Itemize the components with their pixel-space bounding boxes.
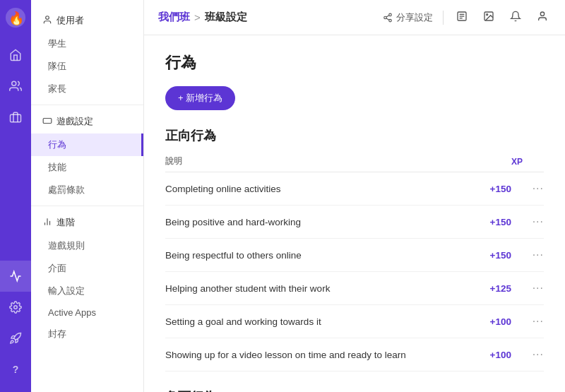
breadcrumb: 我們班 > 班級設定: [158, 11, 247, 24]
header-bell-icon[interactable]: [507, 8, 524, 28]
svg-point-5: [46, 16, 49, 19]
header-user-icon[interactable]: [534, 8, 551, 28]
col-xp-header: XP: [473, 157, 544, 167]
sidebar-item-archive[interactable]: 封存: [31, 323, 143, 345]
breadcrumb-separator: >: [194, 11, 201, 23]
positive-section-title: 正向行為: [165, 127, 544, 144]
sidebar-item-rules[interactable]: 遊戲規則: [31, 234, 143, 257]
svg-text:🔥: 🔥: [8, 11, 25, 26]
row-actions-button[interactable]: ···: [523, 182, 544, 195]
sidebar-item-parents[interactable]: 家長: [31, 78, 143, 100]
nav-users-icon[interactable]: [0, 71, 31, 102]
sidebar-item-students[interactable]: 學生: [31, 32, 143, 55]
table-row: Setting a goal and working towards it +1…: [165, 305, 544, 338]
row-xp: +150: [452, 250, 523, 261]
header-doc-icon[interactable]: [453, 8, 470, 28]
share-label: 分享設定: [396, 11, 433, 24]
content: 行為 + 新增行為 正向行為 說明 XP Completing online a…: [144, 35, 565, 392]
table-row: Showing up for a video lesson on time an…: [165, 338, 544, 372]
sidebar-item-active-apps[interactable]: Active Apps: [31, 302, 143, 323]
row-desc: Being positive and hard-working: [165, 217, 452, 227]
sidebar: 使用者 學生 隊伍 家長 遊戲設定 行為 技能 處罰條款 進階 遊戲規則 介面 …: [31, 0, 144, 392]
svg-line-13: [386, 18, 389, 19]
svg-point-21: [540, 12, 544, 16]
add-behavior-button[interactable]: + 新增行為: [165, 86, 235, 110]
row-xp: +150: [452, 217, 523, 227]
nav-briefcase-icon[interactable]: [0, 102, 31, 133]
nav-settings-icon[interactable]: [0, 292, 31, 323]
header: 我們班 > 班級設定 分享設定: [144, 0, 565, 35]
svg-point-20: [487, 13, 488, 15]
row-actions-button[interactable]: ···: [523, 315, 544, 328]
sidebar-section-users: 使用者: [31, 8, 143, 32]
row-actions-button[interactable]: ···: [523, 282, 544, 295]
header-divider: [443, 11, 444, 25]
app-logo: 🔥: [5, 7, 26, 28]
sidebar-item-penalties[interactable]: 處罰條款: [31, 179, 143, 201]
share-button[interactable]: 分享設定: [383, 11, 433, 24]
sidebar-advanced-label: 進階: [56, 216, 75, 229]
row-desc: Being respectful to others online: [165, 250, 452, 261]
sidebar-item-behavior[interactable]: 行為: [31, 133, 143, 156]
sidebar-divider-2: [31, 206, 143, 206]
sidebar-divider-1: [31, 105, 143, 105]
svg-point-12: [389, 19, 392, 22]
col-desc-header: 說明: [165, 155, 473, 167]
row-xp: +100: [452, 350, 523, 360]
nav-home-icon[interactable]: [0, 40, 31, 71]
breadcrumb-current: 班級設定: [205, 11, 247, 24]
icon-bar: 🔥 ?: [0, 0, 31, 392]
header-image-icon[interactable]: [480, 8, 497, 28]
row-desc: Showing up for a video lesson on time an…: [165, 350, 452, 360]
page-title: 行為: [165, 52, 544, 73]
sidebar-section-advanced: 進階: [31, 210, 143, 234]
row-desc: Helping another student with their work: [165, 283, 452, 294]
row-actions-button[interactable]: ···: [523, 215, 544, 228]
users-section-icon: [42, 15, 52, 27]
nav-rocket-icon[interactable]: [0, 323, 31, 354]
negative-section: 負面行為: [165, 388, 544, 392]
negative-section-title: 負面行為: [165, 388, 544, 392]
table-row: Completing online activities +150 ···: [165, 172, 544, 206]
table-row: Being positive and hard-working +150 ···: [165, 206, 544, 239]
row-xp: +125: [452, 283, 523, 294]
svg-rect-3: [11, 114, 21, 122]
row-desc: Completing online activities: [165, 184, 452, 194]
svg-point-11: [384, 16, 387, 19]
nav-chart-icon[interactable]: [0, 261, 31, 292]
row-xp: +150: [452, 184, 523, 194]
sidebar-section-game: 遊戲設定: [31, 109, 143, 133]
svg-point-10: [389, 13, 392, 16]
svg-point-4: [14, 306, 18, 309]
positive-rows: Completing online activities +150 ··· Be…: [165, 172, 544, 372]
sidebar-item-teams[interactable]: 隊伍: [31, 55, 143, 78]
sidebar-users-label: 使用者: [56, 14, 84, 27]
row-actions-button[interactable]: ···: [523, 348, 544, 361]
sidebar-game-label: 遊戲設定: [56, 115, 93, 128]
breadcrumb-home[interactable]: 我們班: [158, 11, 190, 24]
row-xp: +100: [452, 316, 523, 327]
table-header: 說明 XP: [165, 151, 544, 172]
game-section-icon: [42, 116, 52, 128]
table-row: Helping another student with their work …: [165, 272, 544, 305]
main-area: 我們班 > 班級設定 分享設定 行為 +: [144, 0, 565, 392]
sidebar-item-input[interactable]: 輸入設定: [31, 280, 143, 302]
table-row: Being respectful to others online +150 ·…: [165, 239, 544, 272]
sidebar-item-skills[interactable]: 技能: [31, 156, 143, 179]
svg-line-14: [386, 15, 389, 16]
row-actions-button[interactable]: ···: [523, 249, 544, 261]
row-desc: Setting a goal and working towards it: [165, 316, 452, 327]
header-actions: 分享設定: [383, 8, 551, 28]
advanced-section-icon: [42, 217, 52, 229]
sidebar-item-interface[interactable]: 介面: [31, 257, 143, 280]
nav-help-icon[interactable]: ?: [0, 354, 31, 385]
svg-point-2: [12, 81, 16, 85]
